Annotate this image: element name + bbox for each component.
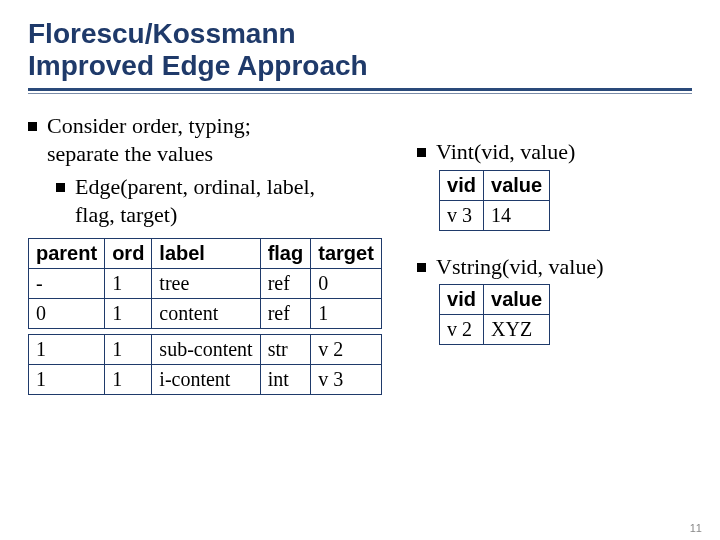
cell: 1	[29, 365, 105, 395]
cell: i-content	[152, 365, 260, 395]
cell: 1	[105, 365, 152, 395]
line: Consider order, typing;	[47, 113, 251, 138]
edge-table: parent ord label flag target - 1 tree re…	[28, 238, 382, 395]
col-flag: flag	[260, 239, 311, 269]
bullet-text: Consider order, typing; separate the val…	[47, 112, 251, 167]
cell: tree	[152, 269, 260, 299]
table-header-row: vid value	[440, 170, 550, 200]
cell: sub-content	[152, 335, 260, 365]
cell: ref	[260, 269, 311, 299]
cell: content	[152, 299, 260, 329]
cell: ref	[260, 299, 311, 329]
line: flag, target)	[75, 202, 177, 227]
bullet-text: Edge(parent, ordinal, label, flag, targe…	[75, 173, 315, 228]
left-column: Consider order, typing; separate the val…	[28, 112, 399, 395]
square-bullet-icon	[56, 183, 65, 192]
bullet-vstring: Vstring(vid, value)	[417, 253, 692, 281]
col-vid: vid	[440, 285, 484, 315]
page-number: 11	[690, 522, 702, 534]
square-bullet-icon	[417, 148, 426, 157]
table-row: v 3 14	[440, 200, 550, 230]
table-row: - 1 tree ref 0	[29, 269, 382, 299]
square-bullet-icon	[417, 263, 426, 272]
table-header-row: parent ord label flag target	[29, 239, 382, 269]
vstring-table: vid value v 2 XYZ	[439, 284, 550, 345]
col-parent: parent	[29, 239, 105, 269]
cell: 0	[311, 269, 382, 299]
title-underline-thin	[28, 93, 692, 94]
square-bullet-icon	[28, 122, 37, 131]
table-row: 0 1 content ref 1	[29, 299, 382, 329]
col-ord: ord	[105, 239, 152, 269]
cell: 1	[29, 335, 105, 365]
cell: 1	[105, 299, 152, 329]
cell: 14	[484, 200, 550, 230]
table-row: v 2 XYZ	[440, 315, 550, 345]
bullet-consider: Consider order, typing; separate the val…	[28, 112, 399, 167]
line: separate the values	[47, 141, 213, 166]
cell: 0	[29, 299, 105, 329]
vint-table: vid value v 3 14	[439, 170, 550, 231]
title-line-1: Florescu/Kossmann	[28, 18, 296, 49]
cell: str	[260, 335, 311, 365]
cell: v 3	[440, 200, 484, 230]
title-line-2: Improved Edge Approach	[28, 50, 368, 81]
table-row: 1 1 i-content int v 3	[29, 365, 382, 395]
line: Edge(parent, ordinal, label,	[75, 174, 315, 199]
cell: int	[260, 365, 311, 395]
bullet-vint: Vint(vid, value)	[417, 138, 692, 166]
cell: v 2	[440, 315, 484, 345]
cell: v 3	[311, 365, 382, 395]
table-row: 1 1 sub-content str v 2	[29, 335, 382, 365]
bullet-edge: Edge(parent, ordinal, label, flag, targe…	[56, 173, 399, 228]
cell: 1	[105, 269, 152, 299]
vstring-label: Vstring(vid, value)	[436, 253, 603, 281]
cell: 1	[105, 335, 152, 365]
right-column: Vint(vid, value) vid value v 3 14 Vstrin…	[417, 112, 692, 345]
cell: -	[29, 269, 105, 299]
slide-title: Florescu/Kossmann Improved Edge Approach	[28, 18, 692, 82]
cell: 1	[311, 299, 382, 329]
col-value: value	[484, 285, 550, 315]
cell: XYZ	[484, 315, 550, 345]
vint-label: Vint(vid, value)	[436, 138, 575, 166]
col-vid: vid	[440, 170, 484, 200]
col-value: value	[484, 170, 550, 200]
content-area: Consider order, typing; separate the val…	[28, 112, 692, 395]
table-header-row: vid value	[440, 285, 550, 315]
title-underline	[28, 88, 692, 91]
col-target: target	[311, 239, 382, 269]
cell: v 2	[311, 335, 382, 365]
col-label: label	[152, 239, 260, 269]
